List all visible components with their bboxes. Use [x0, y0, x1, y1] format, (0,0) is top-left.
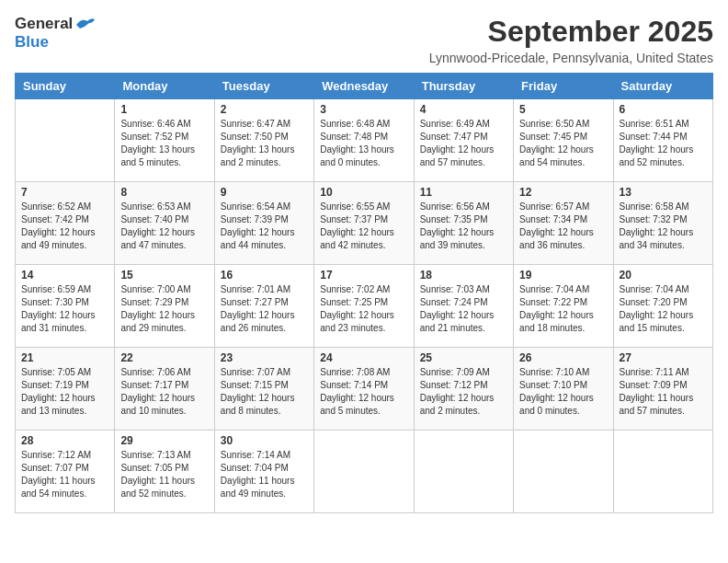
calendar-day-header: Monday [115, 74, 214, 99]
title-section: September 2025 Lynnwood-Pricedale, Penns… [429, 15, 713, 65]
day-info: Sunrise: 7:07 AM Sunset: 7:15 PM Dayligh… [221, 366, 308, 418]
calendar-day-cell: 8Sunrise: 6:53 AM Sunset: 7:40 PM Daylig… [115, 182, 214, 265]
day-info: Sunrise: 6:54 AM Sunset: 7:39 PM Dayligh… [221, 201, 308, 252]
day-info: Sunrise: 7:05 AM Sunset: 7:19 PM Dayligh… [21, 366, 108, 418]
calendar-day-cell: 1Sunrise: 6:46 AM Sunset: 7:52 PM Daylig… [115, 99, 214, 182]
day-info: Sunrise: 7:04 AM Sunset: 7:22 PM Dayligh… [519, 283, 607, 335]
calendar-day-cell: 21Sunrise: 7:05 AM Sunset: 7:19 PM Dayli… [16, 348, 115, 431]
calendar-day-header: Friday [514, 74, 613, 99]
day-info: Sunrise: 7:00 AM Sunset: 7:29 PM Dayligh… [120, 283, 208, 335]
calendar-day-cell [314, 431, 414, 513]
calendar-day-cell: 27Sunrise: 7:11 AM Sunset: 7:09 PM Dayli… [613, 348, 712, 431]
calendar-day-cell: 13Sunrise: 6:58 AM Sunset: 7:32 PM Dayli… [613, 182, 712, 265]
day-number: 4 [420, 103, 507, 116]
day-info: Sunrise: 6:55 AM Sunset: 7:37 PM Dayligh… [320, 201, 407, 252]
day-number: 19 [519, 269, 607, 282]
logo: General Blue [15, 15, 95, 52]
day-number: 8 [120, 186, 208, 199]
day-number: 23 [221, 351, 308, 364]
day-number: 26 [519, 351, 607, 364]
day-info: Sunrise: 6:48 AM Sunset: 7:48 PM Dayligh… [320, 118, 407, 169]
calendar-day-cell: 4Sunrise: 6:49 AM Sunset: 7:47 PM Daylig… [414, 99, 513, 182]
day-info: Sunrise: 7:14 AM Sunset: 7:04 PM Dayligh… [221, 449, 308, 500]
day-info: Sunrise: 6:46 AM Sunset: 7:52 PM Dayligh… [120, 118, 208, 169]
day-info: Sunrise: 6:51 AM Sunset: 7:44 PM Dayligh… [620, 118, 707, 169]
day-number: 28 [21, 434, 108, 447]
day-info: Sunrise: 6:59 AM Sunset: 7:30 PM Dayligh… [21, 283, 108, 335]
calendar-day-cell: 14Sunrise: 6:59 AM Sunset: 7:30 PM Dayli… [16, 265, 115, 348]
day-number: 6 [620, 103, 707, 116]
day-number: 29 [120, 434, 208, 447]
calendar-day-cell [514, 431, 613, 513]
calendar-body: 1Sunrise: 6:46 AM Sunset: 7:52 PM Daylig… [16, 99, 713, 513]
day-info: Sunrise: 7:06 AM Sunset: 7:17 PM Dayligh… [120, 366, 208, 418]
day-number: 2 [221, 103, 308, 116]
calendar-day-cell: 10Sunrise: 6:55 AM Sunset: 7:37 PM Dayli… [314, 182, 414, 265]
logo-general: General [15, 15, 73, 33]
day-info: Sunrise: 7:04 AM Sunset: 7:20 PM Dayligh… [620, 283, 707, 335]
day-info: Sunrise: 7:11 AM Sunset: 7:09 PM Dayligh… [620, 366, 707, 418]
calendar-day-cell: 2Sunrise: 6:47 AM Sunset: 7:50 PM Daylig… [214, 99, 313, 182]
calendar-day-cell: 29Sunrise: 7:13 AM Sunset: 7:05 PM Dayli… [115, 431, 214, 513]
calendar-day-cell: 11Sunrise: 6:56 AM Sunset: 7:35 PM Dayli… [414, 182, 513, 265]
calendar-day-cell: 19Sunrise: 7:04 AM Sunset: 7:22 PM Dayli… [514, 265, 613, 348]
calendar-day-header: Thursday [414, 74, 513, 99]
calendar-day-cell: 16Sunrise: 7:01 AM Sunset: 7:27 PM Dayli… [214, 265, 313, 348]
day-number: 27 [620, 351, 707, 364]
calendar-week-row: 21Sunrise: 7:05 AM Sunset: 7:19 PM Dayli… [16, 348, 713, 431]
day-info: Sunrise: 6:56 AM Sunset: 7:35 PM Dayligh… [420, 201, 507, 252]
day-number: 18 [420, 269, 507, 282]
day-info: Sunrise: 6:49 AM Sunset: 7:47 PM Dayligh… [420, 118, 507, 169]
day-info: Sunrise: 6:58 AM Sunset: 7:32 PM Dayligh… [620, 201, 707, 252]
day-info: Sunrise: 7:08 AM Sunset: 7:14 PM Dayligh… [320, 366, 407, 418]
calendar-table: SundayMondayTuesdayWednesdayThursdayFrid… [15, 73, 713, 513]
day-info: Sunrise: 7:09 AM Sunset: 7:12 PM Dayligh… [420, 366, 507, 418]
day-number: 3 [320, 103, 407, 116]
day-number: 30 [221, 434, 308, 447]
day-number: 20 [620, 269, 707, 282]
day-info: Sunrise: 6:57 AM Sunset: 7:34 PM Dayligh… [519, 201, 607, 252]
day-number: 25 [420, 351, 507, 364]
page-header: General Blue September 2025 Lynnwood-Pri… [15, 15, 713, 65]
day-number: 24 [320, 351, 407, 364]
month-title: September 2025 [429, 15, 713, 49]
calendar-week-row: 7Sunrise: 6:52 AM Sunset: 7:42 PM Daylig… [16, 182, 713, 265]
day-number: 14 [21, 269, 108, 282]
calendar-day-cell: 12Sunrise: 6:57 AM Sunset: 7:34 PM Dayli… [514, 182, 613, 265]
day-info: Sunrise: 7:10 AM Sunset: 7:10 PM Dayligh… [519, 366, 607, 418]
calendar-header-row: SundayMondayTuesdayWednesdayThursdayFrid… [16, 74, 713, 99]
calendar-day-cell: 15Sunrise: 7:00 AM Sunset: 7:29 PM Dayli… [115, 265, 214, 348]
calendar-day-cell: 20Sunrise: 7:04 AM Sunset: 7:20 PM Dayli… [613, 265, 712, 348]
calendar-day-cell: 26Sunrise: 7:10 AM Sunset: 7:10 PM Dayli… [514, 348, 613, 431]
day-number: 22 [120, 351, 208, 364]
calendar-week-row: 28Sunrise: 7:12 AM Sunset: 7:07 PM Dayli… [16, 431, 713, 513]
calendar-week-row: 14Sunrise: 6:59 AM Sunset: 7:30 PM Dayli… [16, 265, 713, 348]
calendar-day-cell [16, 99, 115, 182]
calendar-day-cell: 6Sunrise: 6:51 AM Sunset: 7:44 PM Daylig… [613, 99, 712, 182]
day-info: Sunrise: 7:03 AM Sunset: 7:24 PM Dayligh… [420, 283, 507, 335]
logo-blue: Blue [15, 33, 49, 51]
calendar-day-cell: 24Sunrise: 7:08 AM Sunset: 7:14 PM Dayli… [314, 348, 414, 431]
day-number: 5 [519, 103, 607, 116]
day-number: 9 [221, 186, 308, 199]
day-number: 16 [221, 269, 308, 282]
calendar-day-header: Wednesday [314, 74, 414, 99]
day-number: 13 [620, 186, 707, 199]
calendar-week-row: 1Sunrise: 6:46 AM Sunset: 7:52 PM Daylig… [16, 99, 713, 182]
day-info: Sunrise: 7:01 AM Sunset: 7:27 PM Dayligh… [221, 283, 308, 335]
day-info: Sunrise: 7:12 AM Sunset: 7:07 PM Dayligh… [21, 449, 108, 500]
day-info: Sunrise: 7:13 AM Sunset: 7:05 PM Dayligh… [120, 449, 208, 500]
day-info: Sunrise: 6:47 AM Sunset: 7:50 PM Dayligh… [221, 118, 308, 169]
day-number: 12 [519, 186, 607, 199]
day-number: 15 [120, 269, 208, 282]
calendar-day-cell: 23Sunrise: 7:07 AM Sunset: 7:15 PM Dayli… [214, 348, 313, 431]
day-number: 11 [420, 186, 507, 199]
day-number: 21 [21, 351, 108, 364]
day-number: 1 [120, 103, 208, 116]
calendar-day-header: Saturday [613, 74, 712, 99]
day-info: Sunrise: 6:53 AM Sunset: 7:40 PM Dayligh… [120, 201, 208, 252]
calendar-day-cell: 7Sunrise: 6:52 AM Sunset: 7:42 PM Daylig… [16, 182, 115, 265]
calendar-day-cell: 3Sunrise: 6:48 AM Sunset: 7:48 PM Daylig… [314, 99, 414, 182]
day-number: 10 [320, 186, 407, 199]
calendar-day-header: Tuesday [214, 74, 313, 99]
